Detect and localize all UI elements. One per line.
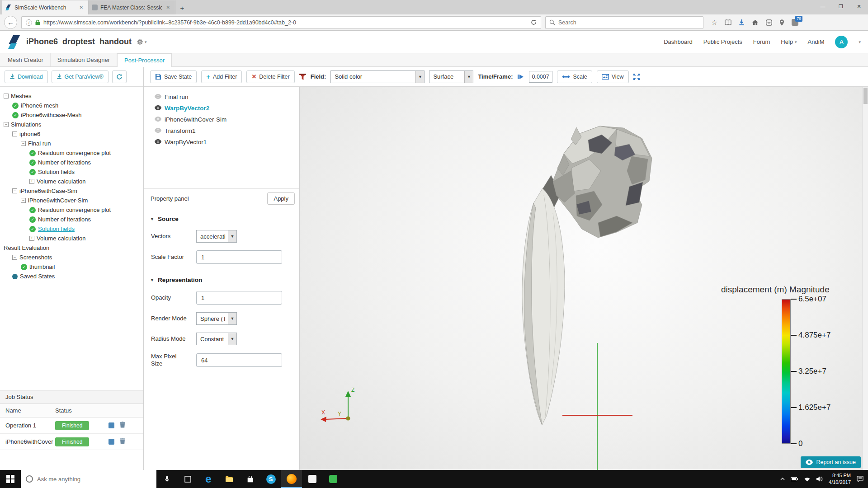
home-icon[interactable] bbox=[752, 19, 759, 25]
extension-icon[interactable]: 79 bbox=[792, 19, 798, 26]
tree-item-label[interactable]: Saved States bbox=[20, 273, 55, 280]
tree-item-label[interactable]: Simulations bbox=[11, 121, 41, 128]
taskbar-firefox-icon[interactable] bbox=[281, 470, 302, 488]
scale-button[interactable]: Scale bbox=[557, 70, 592, 83]
plus-expander-icon[interactable]: + bbox=[29, 236, 34, 241]
downloads-icon[interactable] bbox=[739, 19, 745, 26]
tab-post-processor[interactable]: Post-Processor bbox=[117, 53, 172, 67]
eye-icon[interactable] bbox=[155, 105, 161, 112]
tree-item[interactable]: Saved States bbox=[0, 272, 143, 281]
eye-icon[interactable] bbox=[155, 116, 161, 123]
gear-icon[interactable] bbox=[137, 39, 143, 45]
battery-icon[interactable] bbox=[791, 477, 798, 481]
pipeline-item-label[interactable]: WarpByVector2 bbox=[165, 105, 209, 112]
tree-item[interactable]: ✓iPhone6withcase-Mesh bbox=[0, 110, 143, 120]
tree-item[interactable]: −Final run bbox=[0, 139, 143, 148]
start-button[interactable] bbox=[0, 470, 21, 488]
representation-section[interactable]: ▼ Representation bbox=[150, 277, 293, 283]
tree-item-label[interactable]: iPhone6withCover-Sim bbox=[28, 197, 88, 204]
pipeline-item[interactable]: WarpByVector2 bbox=[144, 103, 299, 114]
tree-item-label[interactable]: Number of iterations bbox=[38, 216, 91, 223]
tree-item[interactable]: ✓Residuum convergence plot bbox=[0, 148, 143, 158]
tree-item-label[interactable]: Solution fields bbox=[38, 169, 75, 175]
report-issue-button[interactable]: Report an issue bbox=[801, 456, 861, 468]
nav-dashboard[interactable]: Dashboard bbox=[664, 38, 693, 45]
nav-help[interactable]: Help ▾ bbox=[781, 38, 797, 45]
minus-expander-icon[interactable]: − bbox=[12, 255, 17, 260]
tree-item[interactable]: +Volume calculation bbox=[0, 234, 143, 243]
bookmark-star-icon[interactable]: ☆ bbox=[711, 19, 717, 26]
network-icon[interactable] bbox=[804, 477, 811, 482]
stop-icon[interactable] bbox=[108, 422, 114, 428]
tree-item-label[interactable]: Volume calculation bbox=[37, 235, 85, 242]
save-state-button[interactable]: Save State bbox=[150, 70, 197, 83]
tree-item[interactable]: −Simulations bbox=[0, 120, 143, 129]
pocket-icon[interactable] bbox=[766, 19, 772, 26]
reload-icon[interactable] bbox=[531, 19, 537, 25]
nav-forum[interactable]: Forum bbox=[753, 38, 770, 45]
tree-item[interactable]: −iPhone6withCover-Sim bbox=[0, 196, 143, 205]
pipeline-item-label[interactable]: Transform1 bbox=[165, 127, 196, 134]
scale-factor-input[interactable] bbox=[196, 250, 282, 264]
taskbar-search-input[interactable] bbox=[37, 476, 151, 483]
radius-mode-select[interactable]: Constant ▼ bbox=[196, 333, 237, 345]
tree-item-label[interactable]: Number of iterations bbox=[38, 159, 91, 166]
pipeline-item-label[interactable]: Final run bbox=[165, 94, 189, 100]
minus-expander-icon[interactable]: − bbox=[4, 94, 9, 99]
refresh-button[interactable] bbox=[112, 70, 127, 83]
browser-search[interactable] bbox=[545, 16, 703, 29]
viewport-3d[interactable]: X Z Y displacement (m) Magnitude Report … bbox=[300, 87, 868, 470]
microphone-icon[interactable] bbox=[156, 470, 177, 488]
nav-public-projects[interactable]: Public Projects bbox=[703, 38, 742, 45]
tree-item[interactable]: −iPhone6withCase-Sim bbox=[0, 186, 143, 196]
opacity-input[interactable] bbox=[196, 291, 282, 305]
tree-item[interactable]: ✓Residuum convergence plot bbox=[0, 205, 143, 215]
chevron-down-icon[interactable]: ▾ bbox=[859, 40, 861, 44]
tab-mesh-creator[interactable]: Mesh Creator bbox=[1, 53, 51, 66]
pipeline-item-label[interactable]: iPhone6withCover-Sim bbox=[165, 116, 226, 123]
pipeline-item[interactable]: Final run bbox=[144, 91, 299, 103]
taskbar-app-green-icon[interactable] bbox=[323, 470, 344, 488]
volume-icon[interactable] bbox=[816, 476, 823, 482]
avatar[interactable]: A bbox=[835, 36, 848, 48]
tree-item-label[interactable]: Screenshots bbox=[19, 254, 52, 261]
taskbar-store-icon[interactable] bbox=[240, 470, 260, 488]
tree-item-label[interactable]: iPhone6withcase-Mesh bbox=[21, 112, 81, 118]
tree-item-label[interactable]: iPhone6withCase-Sim bbox=[19, 188, 77, 194]
max-pixel-input[interactable] bbox=[196, 353, 282, 367]
delete-filter-button[interactable]: ✕ Delete Filter bbox=[246, 70, 294, 83]
page-info-icon[interactable]: i bbox=[26, 19, 32, 26]
search-input[interactable] bbox=[558, 19, 699, 26]
view-button[interactable]: View bbox=[597, 70, 629, 83]
apply-button[interactable]: Apply bbox=[267, 192, 295, 205]
tab-close-icon[interactable]: ✕ bbox=[165, 5, 172, 10]
fit-view-icon[interactable] bbox=[633, 74, 640, 80]
close-button[interactable]: ✕ bbox=[850, 0, 868, 13]
tree-item[interactable]: −iphone6 bbox=[0, 129, 143, 139]
reading-list-icon[interactable] bbox=[725, 19, 731, 25]
play-step-icon[interactable] bbox=[517, 74, 524, 80]
url-bar[interactable]: i https://www.simscale.com/workbench/?pu… bbox=[21, 16, 541, 29]
tree-item-label[interactable]: thumbnail bbox=[29, 263, 55, 270]
tree-item-label[interactable]: Residuum convergence plot bbox=[38, 150, 111, 156]
action-center-icon[interactable] bbox=[857, 476, 863, 482]
eye-icon[interactable] bbox=[155, 94, 161, 100]
project-settings[interactable]: ▾ bbox=[137, 39, 147, 45]
render-mode-select[interactable]: Sphere (T ▼ bbox=[196, 312, 237, 325]
tree-item-label[interactable]: iPhone6 mesh bbox=[21, 102, 58, 109]
eye-icon[interactable] bbox=[155, 139, 161, 145]
representation-select[interactable]: Surface ▼ bbox=[429, 70, 473, 83]
tree-item[interactable]: ✓Number of iterations bbox=[0, 215, 143, 224]
trash-icon[interactable] bbox=[120, 422, 125, 429]
scrollbar-thumb[interactable] bbox=[863, 88, 868, 104]
tree-item[interactable]: ✓Solution fields bbox=[0, 224, 143, 234]
tree-item[interactable]: ✓iPhone6 mesh bbox=[0, 101, 143, 110]
vectors-select[interactable]: accelerati ▼ bbox=[196, 230, 237, 243]
tree-item[interactable]: −Meshes bbox=[0, 91, 143, 101]
back-button[interactable]: ← bbox=[4, 16, 17, 29]
plus-expander-icon[interactable]: + bbox=[29, 179, 34, 184]
maximize-button[interactable]: ❐ bbox=[832, 0, 850, 13]
tray-expand-icon[interactable] bbox=[780, 478, 785, 480]
tree-item[interactable]: −Screenshots bbox=[0, 253, 143, 262]
field-select[interactable]: Solid color ▼ bbox=[330, 70, 425, 83]
